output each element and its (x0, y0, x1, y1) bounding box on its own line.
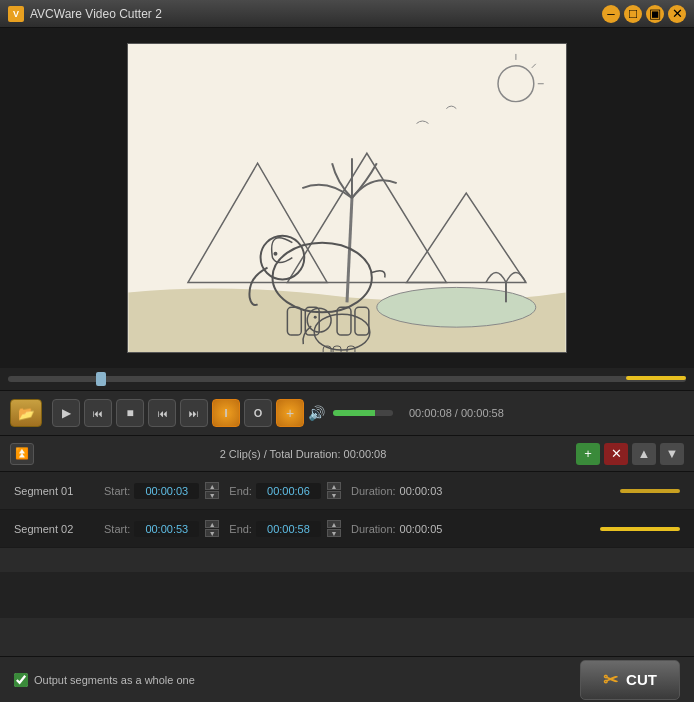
scrubber-thumb[interactable] (96, 372, 106, 386)
bottom-bar: Output segments as a whole one ✂ CUT (0, 656, 694, 702)
controls-bar: 📂 ▶ ⏮ ■ ⏭ ⏭ I O + 🔊 00:00:08 / 00:00:58 (0, 390, 694, 436)
remove-icon: ✕ (611, 446, 622, 461)
add-clip-icon: + (286, 405, 294, 421)
start-label-02: Start: (104, 523, 130, 535)
frame-back-icon: ⏮ (93, 408, 103, 419)
mark-in-icon: I (224, 407, 227, 419)
clips-info: 2 Clip(s) / Total Duration: 00:00:08 (34, 448, 572, 460)
end-dn-02[interactable]: ▼ (327, 529, 341, 537)
segments-wrapper: Segment 01 Start: 00:00:03 ▲ ▼ End: 00:0… (0, 472, 694, 572)
app-title: AVCWare Video Cutter 2 (30, 7, 598, 21)
duration-label-02: Duration: (351, 523, 396, 535)
scrubber-yellow-marker (626, 376, 686, 380)
close-button[interactable]: ✕ (668, 5, 686, 23)
end-up-01[interactable]: ▲ (327, 482, 341, 490)
end-spinner-01[interactable]: ▲ ▼ (327, 482, 341, 499)
end-up-02[interactable]: ▲ (327, 520, 341, 528)
down-icon: ▼ (666, 446, 679, 461)
segment-01-end-group: End: 00:00:06 ▲ ▼ (229, 482, 341, 499)
svg-point-16 (273, 252, 277, 256)
open-folder-button[interactable]: 📂 (10, 399, 42, 427)
skip-forward-button[interactable]: ⏭ (180, 399, 208, 427)
up-icon: ▲ (638, 446, 651, 461)
skip-forward-icon: ⏭ (189, 408, 199, 419)
mark-out-button[interactable]: O (244, 399, 272, 427)
scissors-icon: ✂ (603, 669, 618, 691)
skip-back-button[interactable]: ⏭ (148, 399, 176, 427)
video-area (0, 28, 694, 368)
segment-02-end-group: End: 00:00:58 ▲ ▼ (229, 520, 341, 537)
duration-val-01: 00:00:03 (400, 485, 443, 497)
folder-icon: 📂 (18, 406, 35, 421)
minimize-button[interactable]: – (602, 5, 620, 23)
collapse-icon: ⏫ (15, 447, 29, 460)
segment-01-start-group: Start: 00:00:03 ▲ ▼ (104, 482, 219, 499)
frame-back-button[interactable]: ⏮ (84, 399, 112, 427)
play-button[interactable]: ▶ (52, 399, 80, 427)
segment-01-label: Segment 01 (14, 485, 104, 497)
stop-icon: ■ (126, 406, 133, 420)
segment-row: Segment 02 Start: 00:00:53 ▲ ▼ End: 00:0… (0, 510, 694, 548)
volume-slider[interactable] (333, 410, 393, 416)
restore-button[interactable]: □ (624, 5, 642, 23)
start-up-01[interactable]: ▲ (205, 482, 219, 490)
end-dn-01[interactable]: ▼ (327, 491, 341, 499)
segment-02-start-group: Start: 00:00:53 ▲ ▼ (104, 520, 219, 537)
add-clip-button[interactable]: + (276, 399, 304, 427)
mark-out-icon: O (254, 407, 263, 419)
output-label[interactable]: Output segments as a whole one (34, 674, 195, 686)
video-frame (127, 43, 567, 353)
maximize-button[interactable]: ▣ (646, 5, 664, 23)
segment-02-label: Segment 02 (14, 523, 104, 535)
segment-row: Segment 01 Start: 00:00:03 ▲ ▼ End: 00:0… (0, 472, 694, 510)
segment-02-bar (600, 527, 680, 531)
timeline-scrubber[interactable] (0, 368, 694, 390)
duration-val-02: 00:00:05 (400, 523, 443, 535)
title-bar: V AVCWare Video Cutter 2 – □ ▣ ✕ (0, 0, 694, 28)
start-spinner-02[interactable]: ▲ ▼ (205, 520, 219, 537)
start-up-02[interactable]: ▲ (205, 520, 219, 528)
end-label-02: End: (229, 523, 252, 535)
duration-label-01: Duration: (351, 485, 396, 497)
stop-button[interactable]: ■ (116, 399, 144, 427)
app-icon: V (8, 6, 24, 22)
start-dn-01[interactable]: ▼ (205, 491, 219, 499)
end-spinner-02[interactable]: ▲ ▼ (327, 520, 341, 537)
skip-back-icon: ⏭ (157, 408, 167, 419)
end-val-02: 00:00:58 (256, 521, 321, 537)
output-checkbox[interactable] (14, 673, 28, 687)
play-icon: ▶ (62, 406, 71, 420)
volume-icon: 🔊 (308, 405, 325, 421)
end-label-01: End: (229, 485, 252, 497)
remove-segment-button[interactable]: ✕ (604, 443, 628, 465)
start-label-01: Start: (104, 485, 130, 497)
segment-01-bar (620, 489, 680, 493)
scrubber-track[interactable] (8, 376, 686, 382)
svg-point-8 (377, 287, 536, 327)
collapse-button[interactable]: ⏫ (10, 443, 34, 465)
svg-point-22 (314, 316, 317, 319)
add-icon: + (584, 446, 592, 461)
mark-in-button[interactable]: I (212, 399, 240, 427)
move-down-button[interactable]: ▼ (660, 443, 684, 465)
start-spinner-01[interactable]: ▲ ▼ (205, 482, 219, 499)
start-val-02: 00:00:53 (134, 521, 199, 537)
move-up-button[interactable]: ▲ (632, 443, 656, 465)
cut-button[interactable]: ✂ CUT (580, 660, 680, 700)
clips-bar: ⏫ 2 Clip(s) / Total Duration: 00:00:08 +… (0, 436, 694, 472)
time-display: 00:00:08 / 00:00:58 (409, 407, 504, 419)
cut-label: CUT (626, 671, 657, 688)
end-val-01: 00:00:06 (256, 483, 321, 499)
start-val-01: 00:00:03 (134, 483, 199, 499)
add-segment-button[interactable]: + (576, 443, 600, 465)
start-dn-02[interactable]: ▼ (205, 529, 219, 537)
